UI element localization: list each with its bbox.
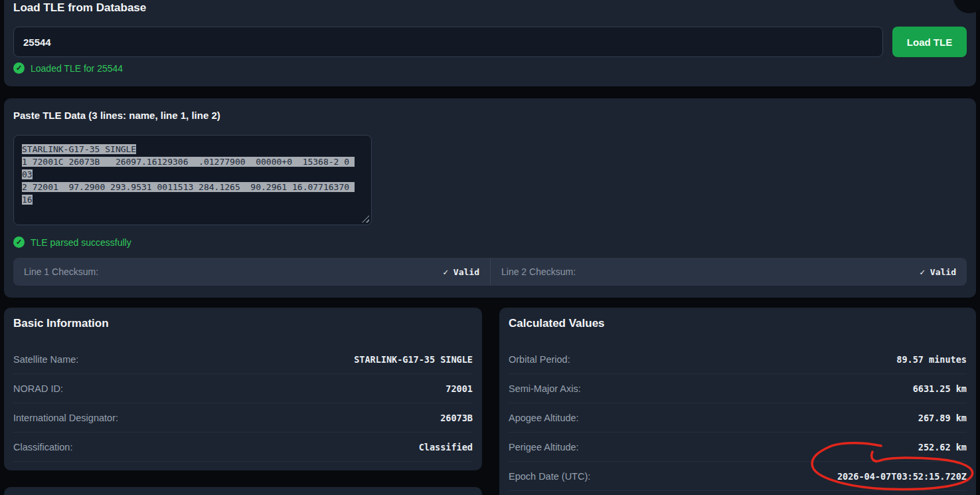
satellite-name-label: Satellite Name: (13, 354, 78, 365)
line2-checksum-value: ✓ Valid (920, 267, 956, 277)
classification-label: Classification: (13, 442, 72, 452)
table-row: Epoch Date (UTC): 2026-04-07T03:52:15.72… (509, 462, 967, 491)
semi-major-axis-value: 6631.25 km (913, 383, 967, 394)
perigee-altitude-value: 252.62 km (918, 442, 967, 452)
norad-id-value: 72001 (446, 383, 473, 394)
success-check-icon: ✓ (13, 237, 25, 248)
perigee-altitude-label: Perigee Altitude: (509, 442, 579, 452)
next-card-partial (4, 487, 482, 495)
basic-information-rows: Satellite Name: STARLINK-G17-35 SINGLE N… (13, 345, 473, 462)
load-tle-title: Load TLE from Database (13, 1, 146, 15)
intl-designator-label: International Designator: (13, 413, 118, 423)
calculated-values-title: Calculated Values (509, 317, 605, 330)
load-status: ✓ Loaded TLE for 25544 (13, 62, 123, 74)
table-row: Satellite Name: STARLINK-G17-35 SINGLE (13, 345, 473, 374)
load-status-text: Loaded TLE for 25544 (31, 63, 123, 74)
table-row: NORAD ID: 72001 (13, 374, 473, 403)
tle-textarea[interactable]: STARLINK-G17-35 SINGLE 1 72001C 26073B 2… (13, 135, 372, 225)
line2-checksum: Line 2 Checksum: ✓ Valid (490, 258, 967, 286)
table-row: Semi-Major Axis: 6631.25 km (509, 374, 967, 403)
basic-information-title: Basic Information (13, 317, 109, 330)
paste-tle-card: Paste TLE Data (3 lines: name, line 1, l… (4, 98, 976, 298)
epoch-date-label: Epoch Date (UTC): (509, 471, 590, 482)
load-tle-button[interactable]: Load TLE (892, 27, 967, 57)
app-viewport: Load TLE from Database Load TLE ✓ Loaded… (0, 0, 980, 495)
parse-status-text: TLE parsed successfully (31, 237, 131, 248)
table-row: Apogee Altitude: 267.89 km (509, 403, 967, 433)
norad-id-input[interactable] (13, 27, 883, 57)
semi-major-axis-label: Semi-Major Axis: (509, 383, 581, 394)
orbital-period-label: Orbital Period: (509, 354, 570, 365)
parse-status: ✓ TLE parsed successfully (13, 237, 131, 248)
table-row: International Designator: 26073B (13, 403, 473, 433)
line1-checksum: Line 1 Checksum: ✓ Valid (13, 258, 490, 286)
table-row: Perigee Altitude: 252.62 km (509, 433, 967, 462)
basic-information-card: Basic Information Satellite Name: STARLI… (4, 308, 482, 470)
line1-checksum-label: Line 1 Checksum: (24, 266, 98, 277)
orbital-period-value: 89.57 minutes (896, 354, 967, 365)
satellite-name-value: STARLINK-G17-35 SINGLE (354, 354, 473, 365)
calculated-values-card: Calculated Values Orbital Period: 89.57 … (499, 308, 976, 495)
line2-checksum-label: Line 2 Checksum: (501, 266, 576, 277)
classification-value: Classified (419, 442, 473, 452)
epoch-date-value: 2026-04-07T03:52:15.720Z (837, 471, 967, 482)
tle-text-selected: STARLINK-G17-35 SINGLE 1 72001C 26073B 2… (22, 144, 355, 205)
line1-checksum-value: ✓ Valid (443, 267, 479, 277)
success-check-icon: ✓ (13, 62, 25, 74)
norad-id-label: NORAD ID: (13, 383, 63, 394)
intl-designator-value: 26073B (440, 413, 473, 423)
checksum-bar: Line 1 Checksum: ✓ Valid Line 2 Checksum… (13, 258, 967, 286)
resize-handle-icon[interactable] (362, 215, 369, 223)
paste-tle-title: Paste TLE Data (3 lines: name, line 1, l… (13, 110, 220, 121)
load-tle-card: Load TLE from Database Load TLE ✓ Loaded… (4, 0, 976, 86)
table-row: Classification: Classified (13, 433, 473, 462)
apogee-altitude-value: 267.89 km (918, 413, 967, 423)
calculated-values-rows: Orbital Period: 89.57 minutes Semi-Major… (509, 345, 967, 491)
apogee-altitude-label: Apogee Altitude: (509, 413, 579, 423)
table-row: Orbital Period: 89.57 minutes (509, 345, 967, 374)
